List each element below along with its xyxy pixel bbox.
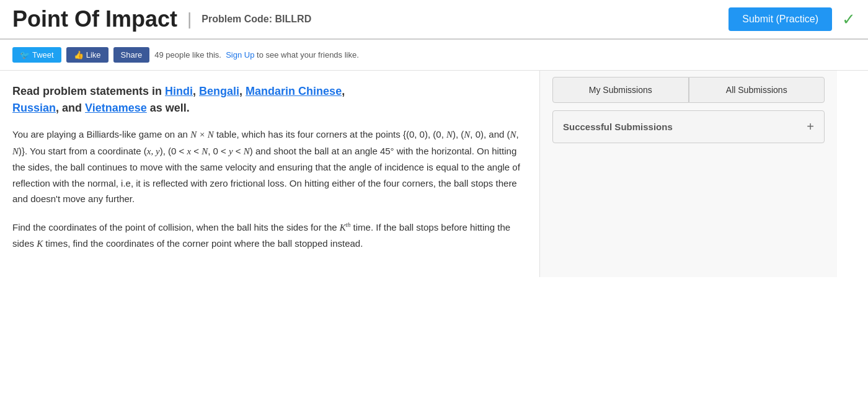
checkmark-icon: ✓ xyxy=(842,10,856,29)
page-header: Point Of Impact | Problem Code: BILLRD S… xyxy=(0,0,868,40)
share-button[interactable]: Share xyxy=(113,47,150,63)
social-bar: 🐦 Tweet 👍 Like Share 49 people like this… xyxy=(0,40,868,71)
thumbs-up-icon: 👍 xyxy=(74,50,84,60)
main-layout: Read problem statements in Hindi, Bengal… xyxy=(0,71,868,277)
successful-submissions-label: Successful Submissions xyxy=(563,122,673,132)
social-like-text: 49 people like this. Sign Up to see what… xyxy=(154,50,359,60)
my-submissions-tab[interactable]: My Submissions xyxy=(552,77,689,103)
hindi-link[interactable]: Hindi xyxy=(165,85,193,97)
problem-paragraph-2: Find the coordinates of the point of col… xyxy=(12,219,527,252)
submit-practice-button[interactable]: Submit (Practice) xyxy=(728,7,832,31)
mandarin-chinese-link[interactable]: Mandarin Chinese xyxy=(246,85,342,97)
successful-submissions-panel: Successful Submissions + xyxy=(552,110,825,143)
page-title: Point Of Impact xyxy=(12,6,177,32)
like-button[interactable]: 👍 Like xyxy=(66,47,108,63)
submissions-tabs: My Submissions All Submissions xyxy=(552,77,825,103)
header-right: Submit (Practice) ✓ xyxy=(728,7,856,31)
tweet-button[interactable]: 🐦 Tweet xyxy=(12,47,61,63)
russian-link[interactable]: Russian xyxy=(12,102,56,114)
problem-code: Problem Code: BILLRD xyxy=(202,14,311,25)
all-submissions-tab[interactable]: All Submissions xyxy=(689,77,825,103)
twitter-bird-icon: 🐦 xyxy=(20,50,30,60)
header-divider: | xyxy=(187,9,192,29)
expand-icon[interactable]: + xyxy=(807,120,814,134)
sidebar: My Submissions All Submissions Successfu… xyxy=(539,71,837,277)
content-area: Read problem statements in Hindi, Bengal… xyxy=(0,71,539,277)
read-problem-statement: Read problem statements in Hindi, Bengal… xyxy=(12,83,527,117)
vietnamese-link[interactable]: Vietnamese xyxy=(85,102,147,114)
problem-paragraph-1: You are playing a Billiards-like game on… xyxy=(12,126,527,207)
bengali-link[interactable]: Bengali xyxy=(199,85,239,97)
signup-link[interactable]: Sign Up xyxy=(226,50,254,60)
